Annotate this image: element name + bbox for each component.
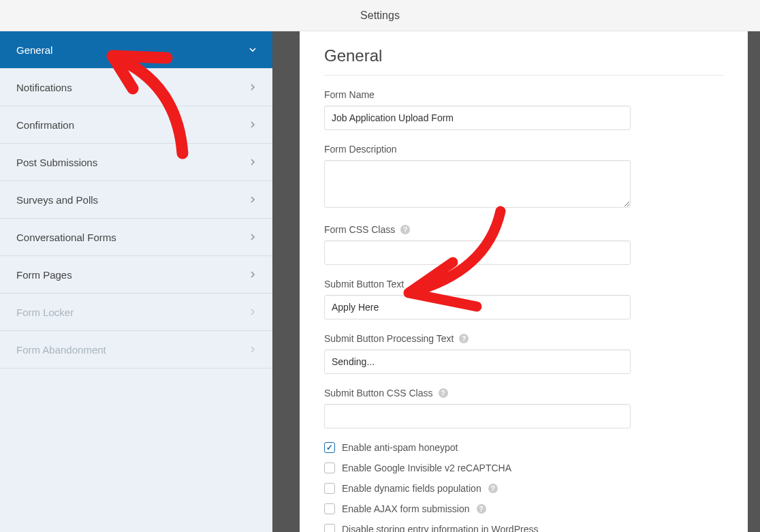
help-icon[interactable]: ? xyxy=(459,334,469,343)
checkbox-label: Enable anti-spam honeypot xyxy=(342,442,458,453)
main-wrap: General Form Name Form Description Form … xyxy=(272,31,760,532)
settings-header: Settings xyxy=(0,0,760,31)
help-icon[interactable]: ? xyxy=(439,388,448,398)
checkbox-row: Enable Google Invisible v2 reCAPTCHA xyxy=(324,463,723,473)
sidebar-item-label: Notifications xyxy=(16,82,72,93)
sidebar-item-notifications[interactable]: Notifications xyxy=(0,69,272,106)
form-description-label: Form Description xyxy=(324,144,723,155)
sidebar-item-label: Form Pages xyxy=(16,269,72,281)
submit-processing-input[interactable] xyxy=(324,349,631,374)
field-form-description: Form Description xyxy=(324,144,723,210)
checkbox[interactable] xyxy=(324,483,335,494)
sidebar-item-label: Form Abandonment xyxy=(16,344,106,356)
checkbox-label: Enable AJAX form submission xyxy=(342,503,470,514)
gutter-right xyxy=(748,31,760,532)
settings-title: Settings xyxy=(360,10,400,22)
checkbox-label: Disable storing entry information in Wor… xyxy=(342,524,538,532)
sidebar-item-post-submissions[interactable]: Post Submissions xyxy=(0,144,272,181)
submit-processing-label-row: Submit Button Processing Text ? xyxy=(324,333,723,344)
sidebar-item-form-locker[interactable]: Form Locker xyxy=(0,294,272,331)
sidebar-item-form-abandonment[interactable]: Form Abandonment xyxy=(0,331,272,369)
settings-sidebar: GeneralNotificationsConfirmationPost Sub… xyxy=(0,31,272,532)
field-submit-text: Submit Button Text xyxy=(324,279,723,319)
sidebar-item-label: General xyxy=(16,44,52,56)
checkbox-row: Enable AJAX form submission? xyxy=(324,503,723,514)
page-title: General xyxy=(324,46,723,76)
field-submit-processing: Submit Button Processing Text ? xyxy=(324,333,723,374)
checkbox[interactable] xyxy=(324,442,335,453)
checkbox-row: Disable storing entry information in Wor… xyxy=(324,524,723,532)
chevron-right-icon xyxy=(249,309,256,315)
sidebar-item-label: Conversational Forms xyxy=(16,232,116,243)
sidebar-item-conversational-forms[interactable]: Conversational Forms xyxy=(0,219,272,256)
field-form-css-class: Form CSS Class ? xyxy=(324,224,723,265)
chevron-right-icon xyxy=(249,346,256,353)
sidebar-item-confirmation[interactable]: Confirmation xyxy=(0,106,272,144)
submit-css-input[interactable] xyxy=(324,404,631,428)
field-form-name: Form Name xyxy=(324,89,723,130)
checkbox-row: Enable anti-spam honeypot xyxy=(324,442,723,453)
checkbox-label: Enable Google Invisible v2 reCAPTCHA xyxy=(342,463,511,473)
submit-processing-label: Submit Button Processing Text xyxy=(324,333,454,344)
form-description-input[interactable] xyxy=(324,160,631,208)
sidebar-item-label: Post Submissions xyxy=(16,157,97,168)
form-css-input[interactable] xyxy=(324,240,631,265)
checkbox[interactable] xyxy=(324,463,335,473)
field-submit-css: Submit Button CSS Class ? xyxy=(324,388,723,428)
main-panel: General Form Name Form Description Form … xyxy=(300,31,748,532)
sidebar-item-surveys-and-polls[interactable]: Surveys and Polls xyxy=(0,181,272,219)
checkbox-row: Enable dynamic fields population? xyxy=(324,483,723,494)
sidebar-item-label: Form Locker xyxy=(16,307,74,318)
chevron-right-icon xyxy=(249,121,256,128)
submit-css-label-row: Submit Button CSS Class ? xyxy=(324,388,723,398)
chevron-right-icon xyxy=(249,196,256,203)
chevron-right-icon xyxy=(249,159,256,166)
submit-text-input[interactable] xyxy=(324,295,631,319)
form-css-label: Form CSS Class xyxy=(324,224,395,235)
checkbox[interactable] xyxy=(324,503,335,514)
chevron-down-icon xyxy=(249,46,256,53)
gutter-left xyxy=(272,31,300,532)
chevron-right-icon xyxy=(249,271,256,278)
chevron-right-icon xyxy=(249,234,256,240)
form-name-label: Form Name xyxy=(324,89,723,100)
submit-text-label: Submit Button Text xyxy=(324,279,723,290)
checkbox-label: Enable dynamic fields population xyxy=(342,483,481,494)
settings-layout: GeneralNotificationsConfirmationPost Sub… xyxy=(0,31,760,532)
help-icon[interactable]: ? xyxy=(400,225,410,234)
help-icon[interactable]: ? xyxy=(477,504,486,514)
sidebar-item-label: Confirmation xyxy=(16,119,74,131)
chevron-right-icon xyxy=(249,84,256,91)
checkbox[interactable] xyxy=(324,524,335,532)
sidebar-item-general[interactable]: General xyxy=(0,31,272,69)
sidebar-item-label: Surveys and Polls xyxy=(16,194,98,206)
sidebar-item-form-pages[interactable]: Form Pages xyxy=(0,256,272,294)
form-name-input[interactable] xyxy=(324,106,631,130)
form-css-label-row: Form CSS Class ? xyxy=(324,224,723,235)
checkbox-list: Enable anti-spam honeypotEnable Google I… xyxy=(324,442,723,532)
help-icon[interactable]: ? xyxy=(488,484,498,493)
submit-css-label: Submit Button CSS Class xyxy=(324,388,433,398)
